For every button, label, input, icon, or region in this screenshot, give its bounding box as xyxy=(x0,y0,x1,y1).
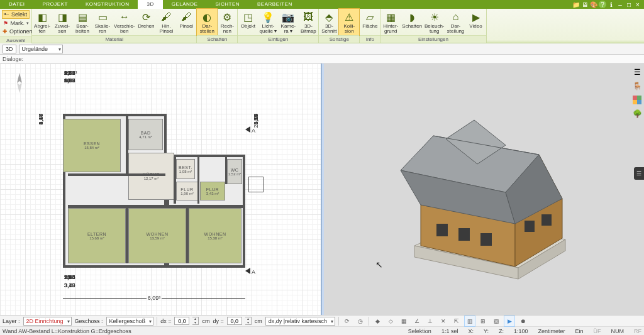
layer-combo[interactable]: 2D Einrichtung xyxy=(23,317,72,326)
zuweisen-button[interactable]: ◨Zuwei- sen xyxy=(52,9,72,35)
tab-gelände[interactable]: GELÄNDE xyxy=(163,0,207,9)
status-unit: Zentimeter xyxy=(538,328,565,334)
maximize-icon[interactable]: □ xyxy=(625,1,633,8)
ribbon-group-einstellungen: ▦Hinter- grund◗Schatten☀Beleuch- tung⌂Da… xyxy=(380,9,486,43)
objekt-button[interactable]: ◳Objekt xyxy=(238,9,258,35)
status-bar: Wand AW-Bestand L=Konstruktion G=Erdgesc… xyxy=(0,326,644,335)
hintergrund-icon: ▦ xyxy=(384,10,397,24)
room-kueche[interactable]: KÜCHE12,17 m² xyxy=(128,153,174,200)
snap-hatch-icon[interactable]: ▨ xyxy=(491,316,501,326)
drehen-icon: ⟳ xyxy=(139,10,153,24)
snap-angle-icon[interactable]: ∠ xyxy=(412,316,422,326)
layer-label: Layer : xyxy=(3,318,20,324)
darstellen-button[interactable]: ◐Dar- stellen xyxy=(197,9,217,35)
minimize-icon[interactable]: – xyxy=(616,1,624,8)
tab-bearbeiten[interactable]: BEARBEITEN xyxy=(248,0,301,9)
main-tabstrip: DATEIPROJEKTKONSTRUKTION3DGELÄNDESICHTEN… xyxy=(0,0,644,9)
terrain-combo[interactable]: Urgelände xyxy=(19,45,63,53)
layers-icon[interactable]: ☰ xyxy=(632,67,642,77)
folder-icon[interactable]: 📁 xyxy=(572,1,580,8)
record-icon[interactable]: ⏺ xyxy=(518,316,528,326)
snap-mid-icon[interactable]: ◇ xyxy=(386,316,396,326)
drehen-button[interactable]: ⟳Drehen xyxy=(136,9,156,35)
room-wc[interactable]: WC1,52 m² xyxy=(227,159,242,184)
room-wohnen1[interactable]: WOHNEN13,59 m² xyxy=(128,208,186,263)
info-icon[interactable]: ℹ xyxy=(608,1,615,8)
beleuchtung-button[interactable]: ☀Beleuch- tung xyxy=(423,9,446,35)
optionen-button[interactable]: ✚Optionen xyxy=(2,28,30,35)
svg-rect-19 xyxy=(633,96,637,100)
selekt-button[interactable]: ⭰Selekt xyxy=(2,10,30,19)
group-label: Material xyxy=(32,35,196,43)
hintergrund-button[interactable]: ▦Hinter- grund xyxy=(380,9,401,35)
screen-icon[interactable]: 🖥 xyxy=(581,1,589,8)
room-essen[interactable]: ESSEN15,84 m² xyxy=(63,119,121,172)
tab-datei[interactable]: DATEI xyxy=(0,0,33,9)
kamera-button[interactable]: 📷Kame- ra ▾ xyxy=(278,9,298,35)
lichtquelle-label: Licht- quelle ▾ xyxy=(260,24,277,34)
objekt-icon: ◳ xyxy=(241,10,255,24)
snap-ext-icon[interactable]: ⇱ xyxy=(452,316,462,326)
view-3d-viewport[interactable]: ↖ ☰ 🪑 🌳 ☰ xyxy=(324,63,645,315)
schatten2-button[interactable]: ◗Schatten xyxy=(401,9,423,35)
tab-3d[interactable]: 3D xyxy=(138,0,162,9)
play-icon[interactable]: ▶ xyxy=(504,316,514,326)
dy-spinner[interactable]: ▴▾ xyxy=(245,317,252,325)
darstellung-button[interactable]: ⌂Dar- stellung xyxy=(446,9,466,35)
tree-icon[interactable]: 🌳 xyxy=(632,109,642,119)
snap-int-icon[interactable]: ✕ xyxy=(438,316,448,326)
abgreifen-button[interactable]: ◧Abgrei- fen xyxy=(32,9,52,35)
group-label: Einfügen xyxy=(238,35,318,43)
verschieben-button[interactable]: ↔Verschie- ben xyxy=(113,9,136,35)
flaeche-button[interactable]: ▱Fläche xyxy=(360,9,380,35)
materials-icon[interactable] xyxy=(632,95,642,105)
coord-mode-combo[interactable]: dx,dy |relativ kartesisch xyxy=(265,317,335,326)
kollision-button[interactable]: ⚠Kolli- sion xyxy=(339,9,359,35)
verschieben-icon: ↔ xyxy=(118,10,131,24)
palette-icon[interactable]: 🎨 xyxy=(590,1,597,8)
pinsel-button[interactable]: 🖌Pinsel xyxy=(176,9,196,35)
snap-perp-icon[interactable]: ⊥ xyxy=(425,316,435,326)
dimension: 4,16 xyxy=(253,114,259,125)
status-selektion: Selektion xyxy=(408,328,431,334)
dx-input[interactable] xyxy=(174,317,189,325)
schnitt3d-button[interactable]: ⬘3D- Schnitt xyxy=(319,9,339,35)
side-drawer-handle[interactable]: ☰ xyxy=(634,167,644,180)
tab-sichten[interactable]: SICHTEN xyxy=(206,0,248,9)
tab-projekt[interactable]: PROJEKT xyxy=(33,0,76,9)
lichtquelle-button[interactable]: 💡Licht- quelle ▾ xyxy=(258,9,278,35)
bitmap3d-icon: 🖼 xyxy=(301,10,315,24)
svg-rect-22 xyxy=(637,100,641,104)
bitmap3d-button[interactable]: 🖼3D- Bitmap xyxy=(298,9,318,35)
snap-grid-icon[interactable]: ▦ xyxy=(399,316,409,326)
help-icon[interactable]: ? xyxy=(599,1,606,8)
hinpinsel-button[interactable]: 🖌Hin. Pinsel xyxy=(156,9,176,35)
room-bad[interactable]: BAD4,71 m² xyxy=(128,119,163,150)
dx-spinner[interactable]: ▴▾ xyxy=(192,317,199,325)
mark-button[interactable]: ⚑Mark.▾ xyxy=(2,19,30,27)
mode-3d-button[interactable]: 3D xyxy=(3,45,16,53)
video-button[interactable]: ▶Video xyxy=(466,9,486,35)
room-eltern[interactable]: ELTERN15,68 m² xyxy=(68,208,126,263)
snap-endpoint-icon[interactable]: ◆ xyxy=(372,316,382,326)
room-flur2[interactable]: FLUR3,43 m² xyxy=(200,182,225,200)
plan-2d-viewport[interactable]: 3,442,321,71³99491,39952,65 1,84141,4540… xyxy=(0,63,322,315)
room-wohnen2[interactable]: WOHNEN15,38 m² xyxy=(189,208,242,263)
furniture-icon[interactable]: 🪑 xyxy=(632,81,642,91)
bearbeiten-button[interactable]: ▤Bear- beiten xyxy=(72,9,92,35)
room-flur1[interactable]: FLUR1,90 m² xyxy=(176,182,198,200)
tab-konstruktion[interactable]: KONSTRUKTION xyxy=(77,0,138,9)
plus-icon: ✚ xyxy=(3,28,8,35)
snap-layer-icon[interactable]: ▥ xyxy=(465,316,475,326)
tool-refresh-icon[interactable]: ⟳ xyxy=(342,316,352,326)
kollision-icon: ⚠ xyxy=(342,10,356,24)
snap-xyz-icon[interactable]: ⊞ xyxy=(478,316,488,326)
tool-clock-icon[interactable]: ◷ xyxy=(355,316,365,326)
lichtquelle-icon: 💡 xyxy=(261,10,275,24)
dy-input[interactable] xyxy=(227,317,242,325)
close-icon[interactable]: × xyxy=(634,1,641,8)
geschoss-combo[interactable]: Kellergeschoß xyxy=(106,317,154,326)
skalieren-button[interactable]: ▭Skalie- ren xyxy=(92,9,113,35)
rechnen-button[interactable]: ⚙Rech- nen xyxy=(217,9,237,35)
room-best[interactable]: BEST.1,08 m² xyxy=(176,159,195,179)
